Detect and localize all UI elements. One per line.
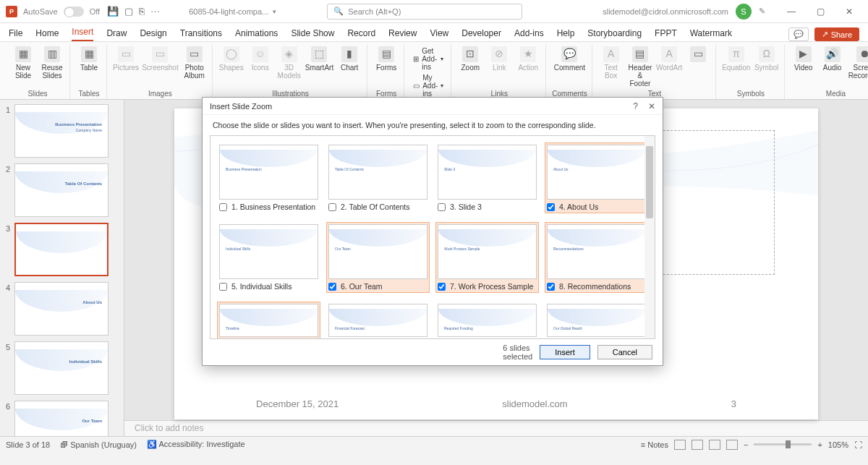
tab-review[interactable]: Review — [388, 28, 417, 41]
insert-button[interactable]: Insert — [540, 345, 590, 359]
dialog-slide-item-4[interactable]: About Us4. About Us — [545, 143, 647, 213]
toggle-icon[interactable] — [64, 7, 84, 17]
tab-animations[interactable]: Animations — [235, 28, 278, 41]
ribbon-zoom[interactable]: ⊡Zoom — [457, 46, 483, 72]
zoom-in-button[interactable]: + — [817, 440, 822, 449]
dialog-slide-thumb[interactable]: Our Team — [328, 224, 427, 279]
fit-to-window-icon[interactable]: ⛶ — [854, 440, 862, 449]
tab-draw[interactable]: Draw — [106, 28, 127, 41]
addin-my-add-ins[interactable]: ▭My Add-ins ▾ — [410, 73, 446, 98]
export-icon[interactable]: ⎘ — [139, 6, 145, 17]
notes-pane[interactable]: Click to add notes — [124, 420, 868, 436]
ribbon-video[interactable]: ▶Video — [791, 46, 817, 72]
ribbon-forms[interactable]: ▤Forms — [373, 46, 399, 72]
tab-slideshow[interactable]: Slide Show — [291, 28, 334, 41]
thumbnail-preview[interactable]: Individual Skills — [14, 341, 109, 395]
dialog-slide-checkbox[interactable]: 1. Business Presentation — [219, 202, 318, 211]
maximize-button[interactable]: ▢ — [807, 3, 833, 20]
dialog-slide-item-9[interactable]: Timeline — [218, 302, 320, 339]
dialog-slide-item-6[interactable]: Our Team6. Our Team — [327, 223, 429, 292]
minimize-button[interactable]: — — [778, 3, 804, 20]
comments-icon[interactable]: 💬 — [788, 27, 809, 41]
thumbnail-slide-5[interactable]: 5Individual Skills — [3, 341, 121, 395]
dialog-help-button[interactable]: ? — [633, 101, 638, 111]
dialog-slide-thumb[interactable]: Timeline — [219, 304, 318, 337]
dialog-slide-thumb[interactable]: Table Of Contents — [328, 145, 427, 200]
ribbon-header-&-footer[interactable]: ▤Header& Footer — [627, 46, 654, 88]
ribbon-table[interactable]: ▦Table — [76, 46, 102, 72]
language-indicator[interactable]: 🗊 Spanish (Uruguay) — [60, 440, 137, 449]
dialog-slide-item-10[interactable]: Financial Forecast — [327, 302, 429, 339]
dialog-slide-thumb[interactable]: Our Global Reach — [547, 304, 646, 337]
ribbon-btn[interactable]: ▭ — [685, 46, 711, 64]
thumbnail-slide-1[interactable]: 1Business PresentationCompany Name — [3, 104, 121, 158]
dialog-slide-checkbox[interactable]: 6. Our Team — [328, 282, 427, 291]
dialog-scrollbar[interactable] — [644, 136, 655, 338]
dialog-slide-item-1[interactable]: Business Presentation1. Business Present… — [218, 143, 320, 213]
ribbon-photo-album[interactable]: ▭PhotoAlbum — [182, 46, 208, 80]
notes-toggle[interactable]: ≡ Notes — [641, 440, 668, 449]
checkbox-input[interactable] — [547, 283, 555, 291]
zoom-slider[interactable] — [754, 443, 812, 445]
checkbox-input[interactable] — [328, 283, 336, 291]
dialog-slide-checkbox[interactable]: 7. Work Process Sample — [438, 282, 537, 291]
dialog-slide-thumb[interactable]: About Us — [547, 145, 646, 200]
reading-view-icon[interactable] — [709, 440, 720, 450]
dialog-slide-thumb[interactable]: Recommendations — [547, 224, 646, 279]
dialog-slide-item-2[interactable]: Table Of Contents2. Table Of Contents — [327, 143, 429, 213]
dialog-slide-item-5[interactable]: Individual Skills5. Individual Skills — [218, 223, 320, 292]
ribbon-screen-recording[interactable]: ⏺ScreenRecording — [848, 46, 868, 80]
user-email[interactable]: slidemodel@cidrol.onmicrosoft.com — [603, 7, 728, 16]
checkbox-input[interactable] — [438, 283, 446, 291]
tab-record[interactable]: Record — [347, 28, 375, 41]
zoom-level[interactable]: 105% — [828, 440, 848, 449]
dialog-slide-thumb[interactable]: Slide 3 — [438, 145, 537, 200]
slide-counter[interactable]: Slide 3 of 18 — [6, 440, 50, 449]
tab-addins[interactable]: Add-ins — [514, 28, 544, 41]
dialog-slide-thumb[interactable]: Work Process Sample — [438, 224, 537, 279]
tab-design[interactable]: Design — [140, 28, 166, 41]
tab-developer[interactable]: Developer — [461, 28, 501, 41]
ribbon-smartart[interactable]: ⬚SmartArt — [305, 46, 333, 72]
dialog-slide-thumb[interactable]: Individual Skills — [219, 224, 318, 279]
ribbon-comment[interactable]: 💬Comment — [554, 46, 585, 72]
chevron-down-icon[interactable]: ▾ — [273, 8, 276, 15]
dialog-slide-item-3[interactable]: Slide 33. Slide 3 — [436, 143, 538, 213]
cancel-button[interactable]: Cancel — [597, 345, 652, 359]
checkbox-input[interactable] — [328, 203, 336, 211]
tab-view[interactable]: View — [430, 28, 448, 41]
dialog-slide-checkbox[interactable]: 8. Recommendations — [547, 282, 646, 291]
tab-help[interactable]: Help — [557, 28, 575, 41]
checkbox-input[interactable] — [547, 203, 555, 211]
addin-get-add-ins[interactable]: ⊞Get Add-ins ▾ — [410, 46, 446, 72]
user-avatar[interactable]: S — [736, 4, 752, 20]
tab-watermark[interactable]: Watermark — [690, 28, 732, 41]
thumbnail-slide-4[interactable]: 4About Us — [3, 282, 121, 336]
tab-file[interactable]: File — [9, 28, 22, 41]
dialog-slide-checkbox[interactable]: 2. Table Of Contents — [328, 202, 427, 211]
dialog-slide-grid[interactable]: Business Presentation1. Business Present… — [210, 135, 655, 339]
close-button[interactable]: ✕ — [836, 3, 862, 20]
ribbon-audio[interactable]: 🔊Audio — [820, 46, 846, 72]
dialog-slide-checkbox[interactable]: 4. About Us — [547, 202, 646, 211]
checkbox-input[interactable] — [438, 203, 446, 211]
pen-icon[interactable]: ✎ — [759, 7, 765, 16]
zoom-out-button[interactable]: − — [744, 440, 748, 449]
tab-fppt[interactable]: FPPT — [655, 28, 677, 41]
dialog-slide-thumb[interactable]: Financial Forecast — [328, 304, 427, 337]
sorter-view-icon[interactable] — [692, 440, 703, 450]
dialog-close-button[interactable]: ✕ — [648, 101, 655, 111]
tab-transitions[interactable]: Transitions — [180, 28, 222, 41]
search-input[interactable]: 🔍 Search (Alt+Q) — [327, 4, 522, 20]
dialog-slide-item-11[interactable]: Required Funding — [436, 302, 538, 339]
slide-thumbnails-panel[interactable]: 1Business PresentationCompany Name2Table… — [0, 100, 124, 436]
dialog-slide-checkbox[interactable]: 3. Slide 3 — [438, 202, 537, 211]
thumbnail-preview[interactable]: Table Of Contents — [14, 163, 109, 217]
thumbnail-preview[interactable]: About Us — [14, 282, 109, 336]
save-icon[interactable]: 💾 — [107, 6, 119, 17]
dialog-titlebar[interactable]: Insert Slide Zoom ? ✕ — [203, 98, 663, 115]
normal-view-icon[interactable] — [674, 440, 686, 450]
qat-dropdown-icon[interactable]: ⋯ — [150, 6, 160, 17]
present-icon[interactable]: ▢ — [124, 6, 133, 17]
tab-insert[interactable]: Insert — [72, 27, 93, 41]
